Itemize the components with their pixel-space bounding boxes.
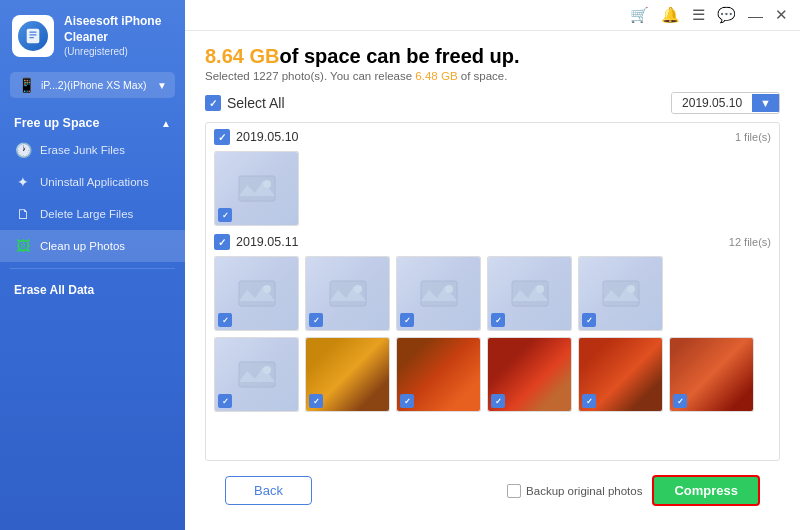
- svg-point-21: [627, 285, 635, 293]
- compress-button[interactable]: Compress: [652, 475, 760, 506]
- photo-checkbox[interactable]: [218, 208, 232, 222]
- photo-thumb[interactable]: [305, 337, 390, 412]
- select-all-checkbox[interactable]: [205, 95, 221, 111]
- svg-rect-22: [239, 362, 275, 387]
- date-group-checkbox-1[interactable]: [214, 129, 230, 145]
- photo-thumb[interactable]: [214, 151, 299, 226]
- date-group-header-1: 2019.05.10 1 file(s): [214, 129, 771, 145]
- photo-thumb[interactable]: [578, 337, 663, 412]
- select-all-text: Select All: [227, 95, 285, 111]
- photo-thumb[interactable]: [396, 256, 481, 331]
- svg-rect-16: [512, 281, 548, 306]
- device-selector-left: 📱 iP...2)(iPhone XS Max): [18, 77, 146, 93]
- chevron-down-icon: ▼: [157, 80, 167, 91]
- date-group-count-1: 1 file(s): [735, 131, 771, 143]
- chat-icon[interactable]: 💬: [717, 6, 736, 24]
- content-area: 8.64 GBof space can be freed up. Selecte…: [185, 31, 800, 530]
- svg-point-6: [263, 180, 271, 188]
- backup-checkbox[interactable]: [507, 484, 521, 498]
- bottom-right: Backup original photos Compress: [507, 475, 760, 506]
- svg-point-15: [445, 285, 453, 293]
- sidebar-item-clean-photos[interactable]: 🖼 Clean up Photos: [0, 230, 185, 262]
- svg-point-12: [354, 285, 362, 293]
- app-subtitle: (Unregistered): [64, 45, 173, 58]
- bell-icon[interactable]: 🔔: [661, 6, 680, 24]
- svg-point-24: [263, 366, 271, 374]
- subtitle-prefix: Selected 1227 photo(s). You can release: [205, 70, 415, 82]
- photo-checkbox[interactable]: [218, 313, 232, 327]
- star-icon: ✦: [14, 173, 32, 191]
- back-button[interactable]: Back: [225, 476, 312, 505]
- photo-thumb[interactable]: [214, 337, 299, 412]
- device-name: iP...2)(iPhone XS Max): [41, 79, 146, 91]
- svg-point-18: [536, 285, 544, 293]
- date-group-label-1[interactable]: 2019.05.10: [214, 129, 299, 145]
- photo-thumb[interactable]: [487, 337, 572, 412]
- photo-checkbox[interactable]: [218, 394, 232, 408]
- free-up-subtitle: Selected 1227 photo(s). You can release …: [205, 70, 780, 82]
- sidebar-item-uninstall-apps[interactable]: ✦ Uninstall Applications: [0, 166, 185, 198]
- date-group-checkbox-2[interactable]: [214, 234, 230, 250]
- photo-thumb[interactable]: [578, 256, 663, 331]
- free-space-text: of space can be freed up.: [279, 45, 519, 67]
- photo-checkbox[interactable]: [491, 394, 505, 408]
- photo-checkbox[interactable]: [582, 313, 596, 327]
- date-group-header-2: 2019.05.11 12 file(s): [214, 234, 771, 250]
- svg-point-9: [263, 285, 271, 293]
- photo-checkbox[interactable]: [491, 313, 505, 327]
- photo-thumb[interactable]: [396, 337, 481, 412]
- menu-icon[interactable]: ☰: [692, 6, 705, 24]
- main-content: 🛒 🔔 ☰ 💬 — ✕ 8.64 GBof space can be freed…: [185, 0, 800, 530]
- svg-rect-7: [239, 281, 275, 306]
- photo-thumb[interactable]: [487, 256, 572, 331]
- photo-thumb[interactable]: [669, 337, 754, 412]
- free-up-title: 8.64 GBof space can be freed up.: [205, 45, 780, 68]
- date-group-count-2: 12 file(s): [729, 236, 771, 248]
- section-chevron-icon: ▲: [161, 118, 171, 129]
- sidebar-item-label: Clean up Photos: [40, 240, 125, 252]
- svg-rect-10: [330, 281, 366, 306]
- svg-rect-0: [27, 29, 40, 43]
- photo-checkbox[interactable]: [309, 313, 323, 327]
- topbar: 🛒 🔔 ☰ 💬 — ✕: [185, 0, 800, 31]
- backup-checkbox-row[interactable]: Backup original photos: [507, 484, 642, 498]
- erase-all-data[interactable]: Erase All Data: [0, 275, 185, 305]
- date-filter-dropdown[interactable]: 2019.05.10 ▼: [671, 92, 780, 114]
- checkbox-checked[interactable]: [218, 208, 232, 222]
- date-dropdown-arrow-icon[interactable]: ▼: [752, 94, 779, 112]
- file-icon: 🗋: [14, 205, 32, 223]
- sidebar-item-erase-junk[interactable]: 🕐 Erase Junk Files: [0, 134, 185, 166]
- svg-rect-3: [29, 37, 34, 38]
- sidebar-item-label: Uninstall Applications: [40, 176, 149, 188]
- svg-rect-13: [421, 281, 457, 306]
- photo-thumb[interactable]: [305, 256, 390, 331]
- subtitle-amount: 6.48 GB: [415, 70, 457, 82]
- photo-checkbox[interactable]: [673, 394, 687, 408]
- select-all-label[interactable]: Select All: [205, 95, 285, 111]
- date-group-date-2: 2019.05.11: [236, 235, 299, 249]
- clock-icon: 🕐: [14, 141, 32, 159]
- photo-row-3: [214, 337, 771, 412]
- photo-checkbox[interactable]: [582, 394, 596, 408]
- minimize-icon[interactable]: —: [748, 7, 763, 24]
- image-icon: 🖼: [14, 237, 32, 255]
- photo-thumb[interactable]: [214, 256, 299, 331]
- cart-icon[interactable]: 🛒: [630, 6, 649, 24]
- photo-checkbox[interactable]: [400, 394, 414, 408]
- app-name: Aiseesoft iPhone Cleaner: [64, 14, 173, 45]
- photo-row-1: [214, 151, 771, 226]
- sidebar-item-delete-large[interactable]: 🗋 Delete Large Files: [0, 198, 185, 230]
- select-all-row: Select All 2019.05.10 ▼: [205, 92, 780, 114]
- free-up-space-label: Free up Space: [14, 116, 99, 130]
- photo-grid-area[interactable]: 2019.05.10 1 file(s): [205, 122, 780, 461]
- date-group-label-2[interactable]: 2019.05.11: [214, 234, 299, 250]
- bottom-bar: Back Backup original photos Compress: [205, 469, 780, 516]
- phone-icon: 📱: [18, 77, 35, 93]
- sidebar-header: Aiseesoft iPhone Cleaner (Unregistered): [0, 0, 185, 70]
- photo-checkbox[interactable]: [309, 394, 323, 408]
- close-icon[interactable]: ✕: [775, 6, 788, 24]
- free-up-space-section: Free up Space ▲: [0, 108, 185, 134]
- photo-checkbox[interactable]: [400, 313, 414, 327]
- device-selector[interactable]: 📱 iP...2)(iPhone XS Max) ▼: [10, 72, 175, 98]
- svg-rect-19: [603, 281, 639, 306]
